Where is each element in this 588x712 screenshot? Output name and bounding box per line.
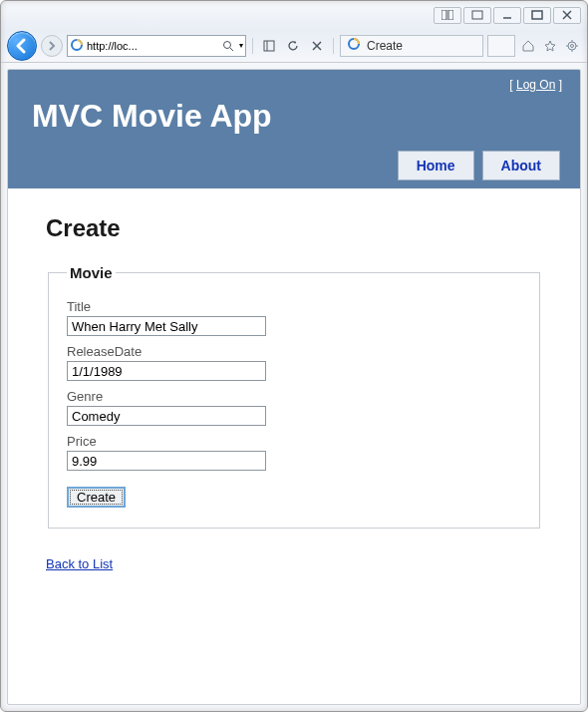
genre-label: Genre: [67, 389, 521, 404]
nav-about[interactable]: About: [482, 151, 560, 180]
maximize-icon[interactable]: [523, 7, 551, 24]
new-tab-button[interactable]: [487, 35, 515, 57]
tools-icon[interactable]: [563, 37, 581, 55]
back-button[interactable]: [7, 31, 37, 61]
page-header-band: [ Log On ] MVC Movie App Home About: [8, 70, 580, 188]
price-label: Price: [67, 434, 521, 449]
svg-point-8: [224, 41, 231, 48]
favorites-icon[interactable]: [541, 37, 559, 55]
page-viewport: [ Log On ] MVC Movie App Home About Crea…: [7, 69, 581, 705]
logon-link[interactable]: Log On: [516, 78, 555, 92]
create-button[interactable]: Create: [67, 487, 126, 508]
svg-point-15: [568, 42, 576, 50]
price-input[interactable]: [67, 451, 266, 471]
movie-fieldset: Movie Title ReleaseDate Genre Price: [48, 264, 540, 529]
browser-toolbar: http://loc... ▾ Create: [1, 29, 587, 63]
window-titlebar: [1, 1, 587, 29]
separator: [333, 38, 334, 54]
title-input[interactable]: [67, 316, 266, 336]
split-left-icon[interactable]: [434, 7, 461, 24]
tab-title: Create: [367, 39, 403, 53]
compat-view-icon[interactable]: [259, 36, 279, 56]
releasedate-input[interactable]: [67, 361, 266, 381]
home-icon[interactable]: [519, 37, 537, 55]
address-bar[interactable]: http://loc... ▾: [67, 35, 246, 57]
svg-rect-0: [441, 10, 446, 20]
ie-icon: [70, 38, 84, 54]
separator: [252, 38, 253, 54]
nav-home[interactable]: Home: [398, 151, 474, 180]
fieldset-legend: Movie: [67, 264, 116, 281]
close-icon[interactable]: [553, 7, 581, 24]
url-text: http://loc...: [87, 40, 217, 52]
svg-rect-10: [264, 41, 274, 51]
nav-menu: Home About: [26, 151, 562, 188]
logon-area: [ Log On ]: [26, 78, 562, 92]
browser-window: http://loc... ▾ Create: [0, 0, 588, 712]
app-title: MVC Movie App: [26, 92, 562, 151]
back-to-list-link[interactable]: Back to List: [46, 556, 113, 571]
minimize-icon[interactable]: [493, 7, 521, 24]
restore-right-icon[interactable]: [463, 7, 491, 24]
svg-line-9: [230, 48, 233, 51]
genre-input[interactable]: [67, 406, 266, 426]
refresh-icon[interactable]: [283, 36, 303, 56]
stop-icon[interactable]: [307, 36, 327, 56]
svg-rect-1: [448, 10, 453, 20]
page-title: Create: [46, 214, 542, 242]
ie-icon: [347, 37, 361, 54]
title-label: Title: [67, 299, 521, 314]
svg-rect-2: [472, 11, 482, 19]
svg-rect-4: [532, 11, 542, 19]
search-icon[interactable]: [220, 38, 236, 54]
releasedate-label: ReleaseDate: [67, 344, 521, 359]
page-content: Create Movie Title ReleaseDate Genre Pri…: [8, 188, 580, 582]
browser-tab[interactable]: Create: [340, 35, 483, 57]
dropdown-icon[interactable]: ▾: [239, 41, 243, 50]
svg-point-16: [571, 44, 574, 47]
forward-button[interactable]: [41, 35, 63, 57]
